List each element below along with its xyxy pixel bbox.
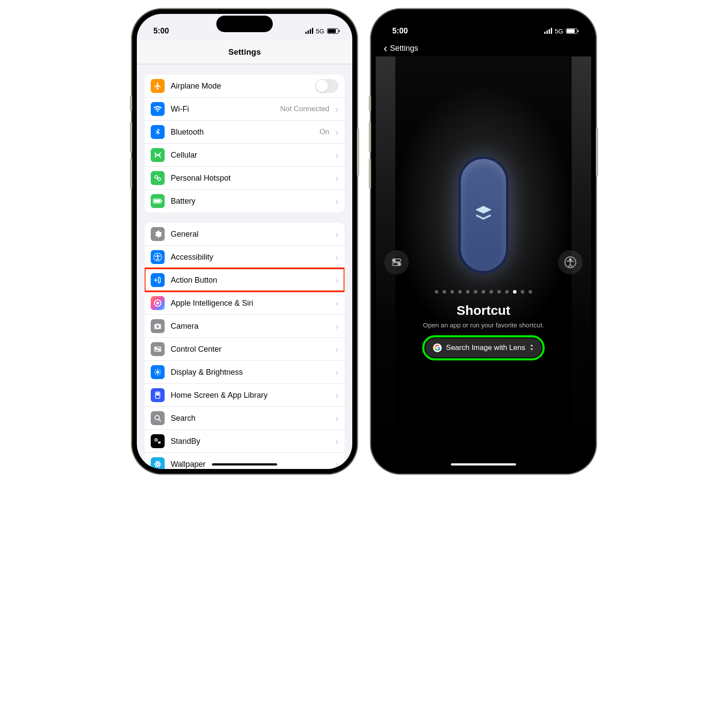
settings-row-home-screen-app-library[interactable]: Home Screen & App Library›	[145, 383, 344, 406]
volume-down-button	[130, 122, 132, 152]
settings-row-camera[interactable]: Camera›	[145, 314, 344, 337]
settings-row-general[interactable]: General›	[145, 223, 344, 245]
svg-rect-18	[157, 393, 158, 394]
page-dot[interactable]	[450, 290, 454, 294]
selected-shortcut-label: Search Image with Lens	[446, 343, 525, 352]
prev-option-button[interactable]	[384, 250, 409, 274]
row-label: Home Screen & App Library	[171, 391, 329, 400]
chevron-right-icon: ›	[335, 344, 338, 354]
row-label: Wi-Fi	[171, 105, 274, 114]
network-label: 5G	[316, 27, 324, 35]
row-label: Search	[171, 414, 329, 423]
shortcut-stack-icon	[473, 203, 494, 227]
row-label: General	[171, 230, 329, 239]
svg-point-0	[157, 155, 159, 156]
row-label: Action Button	[171, 276, 329, 285]
chevron-right-icon: ›	[335, 390, 338, 400]
settings-row-standby[interactable]: StandBy›	[145, 429, 344, 452]
page-dots[interactable]	[435, 290, 532, 294]
option-title: Shortcut	[457, 303, 510, 318]
standby-icon	[151, 434, 165, 448]
cellular-icon	[151, 148, 165, 162]
page-title: Settings	[228, 47, 261, 57]
page-dot[interactable]	[505, 290, 509, 294]
chevron-right-icon: ›	[335, 436, 338, 446]
svg-point-11	[156, 325, 159, 328]
signal-icon	[544, 28, 552, 34]
settings-row-wi-fi[interactable]: Wi-FiNot Connected›	[145, 97, 344, 120]
action-physical-button	[130, 158, 132, 189]
row-label: Control Center	[171, 345, 329, 354]
row-label: Cellular	[171, 151, 329, 160]
action-button-icon	[151, 273, 165, 287]
settings-row-battery[interactable]: Battery›	[145, 189, 344, 212]
svg-rect-24	[158, 442, 161, 444]
camera-icon	[151, 319, 165, 333]
page-dot[interactable]	[443, 290, 446, 294]
battery-icon	[151, 194, 165, 208]
wallpaper-icon	[151, 457, 165, 469]
page-dot[interactable]	[521, 290, 524, 294]
row-label: Apple Intelligence & Siri	[171, 299, 329, 308]
status-time: 5:00	[153, 26, 169, 36]
power-button	[596, 128, 598, 176]
chevron-right-icon: ›	[335, 252, 338, 262]
control-center-icon	[151, 342, 165, 356]
option-description: Open an app or run your favorite shortcu…	[423, 321, 544, 329]
dynamic-island	[455, 16, 512, 32]
page-dot[interactable]	[466, 290, 470, 294]
row-label: Accessibility	[171, 253, 329, 262]
home-indicator[interactable]	[451, 463, 516, 465]
settings-row-apple-intelligence-siri[interactable]: Apple Intelligence & Siri›	[145, 291, 344, 314]
search-icon	[151, 411, 165, 425]
chevron-right-icon: ›	[335, 275, 338, 285]
settings-row-wallpaper[interactable]: Wallpaper›	[145, 452, 344, 469]
page-dot[interactable]	[482, 290, 485, 294]
chevron-right-icon: ›	[335, 413, 338, 423]
chevron-right-icon: ›	[335, 150, 338, 160]
settings-row-control-center[interactable]: Control Center›	[145, 337, 344, 360]
svg-point-10	[156, 302, 159, 305]
left-phone-mockup: 5:00 5G Settings Airplane ModeWi-FiNot C…	[132, 9, 357, 474]
settings-row-search[interactable]: Search›	[145, 406, 344, 429]
home-indicator[interactable]	[212, 463, 277, 465]
svg-point-13	[156, 347, 157, 349]
settings-row-display-brightness[interactable]: Display & Brightness›	[145, 360, 344, 383]
google-icon	[433, 343, 442, 352]
row-label: Camera	[171, 322, 329, 331]
back-navigation[interactable]: ‹ Settings	[376, 40, 591, 56]
next-option-button[interactable]	[558, 250, 582, 274]
settings-row-cellular[interactable]: Cellular›	[145, 143, 344, 166]
svg-rect-19	[158, 393, 159, 394]
page-dot[interactable]	[458, 290, 462, 294]
action-button-body[interactable]: Shortcut Open an app or run your favorit…	[376, 56, 591, 468]
settings-content[interactable]: Airplane ModeWi-FiNot Connected›Bluetoot…	[137, 64, 352, 469]
page-dot[interactable]	[529, 290, 532, 294]
home-screen-icon	[151, 388, 165, 402]
status-right: 5G	[544, 27, 577, 35]
page-dot[interactable]	[435, 290, 438, 294]
page-dot[interactable]	[474, 290, 477, 294]
chevron-right-icon: ›	[335, 127, 338, 137]
back-chevron-icon: ‹	[384, 43, 387, 54]
page-dot[interactable]	[513, 290, 516, 294]
network-label: 5G	[555, 27, 563, 35]
settings-row-action-button[interactable]: Action Button›	[145, 268, 344, 291]
wifi-icon	[151, 102, 165, 116]
siri-icon	[151, 296, 165, 310]
svg-rect-21	[158, 394, 159, 395]
settings-row-bluetooth[interactable]: BluetoothOn›	[145, 120, 344, 143]
settings-row-airplane-mode[interactable]: Airplane Mode	[145, 75, 344, 97]
page-dot[interactable]	[490, 290, 493, 294]
selected-shortcut-button[interactable]: Search Image with Lens	[425, 338, 542, 357]
action-button-screen: 5:00 5G ‹ Settings Shortcu	[376, 14, 591, 469]
settings-row-personal-hotspot[interactable]: Personal Hotspot›	[145, 166, 344, 189]
svg-rect-4	[154, 200, 160, 203]
right-phone-mockup: 5:00 5G ‹ Settings Shortcu	[371, 9, 596, 474]
row-label: Battery	[171, 197, 329, 206]
gear-icon	[151, 227, 165, 241]
nav-header: Settings	[137, 40, 352, 64]
settings-row-accessibility[interactable]: Accessibility›	[145, 245, 344, 268]
toggle-switch[interactable]	[315, 79, 338, 93]
page-dot[interactable]	[497, 290, 501, 294]
